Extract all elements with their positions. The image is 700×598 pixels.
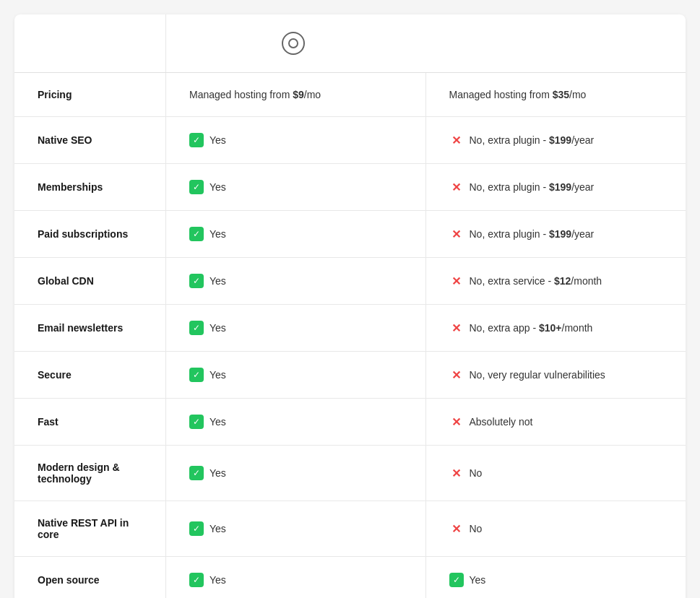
- check-icon: ✓: [189, 521, 204, 536]
- ghost-value: ✓Yes: [166, 501, 426, 556]
- table-row: Memberships✓Yes✕No, extra plugin - $199/…: [14, 164, 686, 211]
- feature-label: Fast: [14, 399, 166, 445]
- x-icon: ✕: [449, 180, 464, 194]
- ghost-value: ✓Yes: [166, 211, 426, 257]
- check-icon: ✓: [189, 466, 204, 480]
- ghost-value: ✓Yes: [166, 305, 426, 351]
- table-row: Native SEO✓Yes✕No, extra plugin - $199/y…: [14, 117, 686, 164]
- table-row: PricingManaged hosting from $9/moManaged…: [14, 73, 686, 117]
- ghost-value: ✓Yes: [166, 164, 426, 210]
- check-icon: ✓: [189, 321, 204, 335]
- ghost-yes-text: Yes: [209, 467, 226, 479]
- x-icon: ✕: [449, 368, 464, 382]
- wp-no-text: No, very regular vulnerabilities: [470, 369, 605, 381]
- table-row: Global CDN✓Yes✕No, extra service - $12/m…: [14, 258, 686, 305]
- feature-label: Paid subscriptions: [14, 211, 166, 257]
- table-row: Native REST API in core✓Yes✕No: [14, 501, 686, 557]
- table-row: Open source✓Yes✓Yes: [14, 557, 686, 598]
- ghost-value: ✓Yes: [166, 258, 426, 304]
- wordpress-value: ✓Yes: [426, 557, 686, 598]
- ghost-header: [166, 14, 426, 72]
- x-icon: ✕: [449, 466, 464, 480]
- check-icon: ✓: [449, 573, 464, 587]
- table-row: Fast✓Yes✕Absolutely not: [14, 399, 686, 446]
- wordpress-value: ✕No, extra plugin - $199/year: [426, 164, 686, 210]
- ghost-yes-text: Yes: [209, 523, 226, 534]
- ghost-yes-text: Yes: [209, 574, 226, 586]
- wp-no-text: No, extra service - $12/month: [470, 275, 602, 287]
- feature-label: Memberships: [14, 164, 166, 210]
- ghost-circle-icon: [282, 32, 305, 55]
- wp-no-text: No, extra plugin - $199/year: [470, 181, 595, 193]
- wp-yes-text: Yes: [470, 574, 486, 586]
- wordpress-value: ✕No, extra app - $10+/month: [426, 305, 686, 351]
- wp-text-value: Managed hosting from $35/mo: [449, 89, 587, 100]
- wordpress-value: ✕No, extra plugin - $199/year: [426, 211, 686, 257]
- ghost-value: ✓Yes: [166, 446, 426, 500]
- empty-header: [14, 14, 166, 72]
- feature-label: Modern design & technology: [14, 446, 166, 500]
- check-icon: ✓: [189, 133, 204, 147]
- wp-no-text: No, extra app - $10+/month: [470, 322, 593, 334]
- ghost-yes-text: Yes: [209, 134, 226, 146]
- table-header: [14, 14, 686, 72]
- ghost-yes-text: Yes: [209, 275, 226, 287]
- ghost-yes-text: Yes: [209, 416, 226, 428]
- wp-no-text: No: [470, 523, 483, 534]
- feature-label: Secure: [14, 352, 166, 398]
- check-icon: ✓: [189, 415, 204, 429]
- ghost-value: ✓Yes: [166, 352, 426, 398]
- wordpress-header: [426, 14, 686, 72]
- ghost-value: Managed hosting from $9/mo: [166, 73, 426, 116]
- table-body: PricingManaged hosting from $9/moManaged…: [14, 72, 686, 598]
- feature-label: Pricing: [14, 73, 166, 116]
- check-icon: ✓: [189, 573, 204, 587]
- ghost-value: ✓Yes: [166, 399, 426, 445]
- wp-no-text: No: [470, 467, 483, 479]
- wp-no-text: No, extra plugin - $199/year: [470, 134, 595, 146]
- ghost-yes-text: Yes: [209, 369, 226, 381]
- wordpress-value: ✕No: [426, 501, 686, 556]
- wp-no-text: No, extra plugin - $199/year: [470, 228, 595, 240]
- check-icon: ✓: [189, 227, 204, 241]
- check-icon: ✓: [189, 274, 204, 288]
- ghost-value: ✓Yes: [166, 117, 426, 163]
- wordpress-value: Managed hosting from $35/mo: [426, 73, 686, 116]
- check-icon: ✓: [189, 368, 204, 382]
- ghost-yes-text: Yes: [209, 228, 226, 240]
- wordpress-value: ✕No, extra plugin - $199/year: [426, 117, 686, 163]
- comparison-table: PricingManaged hosting from $9/moManaged…: [14, 14, 686, 598]
- wordpress-value: ✕No, very regular vulnerabilities: [426, 352, 686, 398]
- wordpress-value: ✕Absolutely not: [426, 399, 686, 445]
- wp-no-text: Absolutely not: [470, 416, 533, 428]
- feature-label: Native REST API in core: [14, 501, 166, 556]
- x-icon: ✕: [449, 227, 464, 241]
- ghost-value: ✓Yes: [166, 557, 426, 598]
- feature-label: Global CDN: [14, 258, 166, 304]
- feature-label: Email newsletters: [14, 305, 166, 351]
- x-icon: ✕: [449, 274, 464, 288]
- feature-label: Open source: [14, 557, 166, 598]
- check-icon: ✓: [189, 180, 204, 194]
- table-row: Email newsletters✓Yes✕No, extra app - $1…: [14, 305, 686, 352]
- feature-label: Native SEO: [14, 117, 166, 163]
- ghost-yes-text: Yes: [209, 181, 226, 193]
- x-icon: ✕: [449, 321, 464, 335]
- table-row: Secure✓Yes✕No, very regular vulnerabilit…: [14, 352, 686, 399]
- table-row: Modern design & technology✓Yes✕No: [14, 446, 686, 501]
- ghost-yes-text: Yes: [209, 322, 226, 334]
- wordpress-value: ✕No: [426, 446, 686, 500]
- x-icon: ✕: [449, 133, 464, 147]
- table-row: Paid subscriptions✓Yes✕No, extra plugin …: [14, 211, 686, 258]
- wordpress-value: ✕No, extra service - $12/month: [426, 258, 686, 304]
- ghost-logo: [282, 32, 311, 55]
- x-icon: ✕: [449, 521, 464, 536]
- x-icon: ✕: [449, 415, 464, 429]
- ghost-text-value: Managed hosting from $9/mo: [189, 89, 321, 100]
